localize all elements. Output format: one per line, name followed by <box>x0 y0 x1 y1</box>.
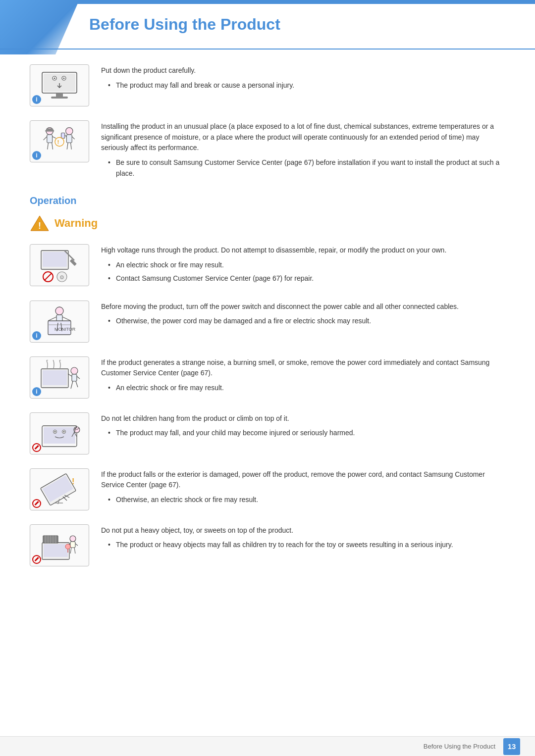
installation-item-2: ! i Installing the product in an unusual… <box>30 120 505 181</box>
fallen-product-icon: ! <box>30 468 89 510</box>
instruction-text-2: Installing the product in an unusual pla… <box>101 120 505 181</box>
svg-line-16 <box>52 143 53 150</box>
warning-item-4: Do not let children hang from the produc… <box>30 412 505 454</box>
svg-line-86 <box>74 548 75 554</box>
svg-text:⚙: ⚙ <box>59 274 64 280</box>
svg-point-5 <box>54 77 55 79</box>
main-text-warn4: Do not let children hang from the produc… <box>101 413 505 424</box>
svg-line-51 <box>71 381 73 389</box>
warning-item-2: MONITOR i Before moving the product, tur… <box>30 301 505 343</box>
svg-rect-48 <box>72 374 77 381</box>
main-text-warn2: Before moving the product, turn off the … <box>101 302 505 312</box>
svg-rect-46 <box>43 370 67 385</box>
warning-label: Warning <box>54 217 98 230</box>
svg-line-39 <box>62 317 71 321</box>
person-chemical-illustration: ! <box>37 124 82 159</box>
svg-rect-2 <box>56 93 63 97</box>
svg-point-87 <box>65 544 70 549</box>
no-badge-3 <box>32 555 41 564</box>
footer-label: Before Using the Product <box>424 743 495 750</box>
person-chemical-icon: ! i <box>30 120 89 162</box>
info-badge-3: i <box>32 331 41 340</box>
svg-point-24 <box>55 137 64 146</box>
monitor-icon: i <box>30 64 89 106</box>
svg-rect-1 <box>44 74 75 92</box>
warning-banner: ! Warning <box>30 214 505 232</box>
svg-line-38 <box>48 317 56 321</box>
svg-line-13 <box>44 136 47 140</box>
svg-line-33 <box>45 273 52 280</box>
svg-line-22 <box>67 143 68 150</box>
installation-item-1: i Put down the product carefully. The pr… <box>30 64 505 106</box>
bullet-item: An electric shock or fire may result. <box>106 383 505 394</box>
warning-item-5: ! If the product falls or the exterior i… <box>30 468 505 510</box>
svg-rect-11 <box>45 130 54 132</box>
main-text-1: Put down the product carefully. <box>101 65 505 76</box>
page-footer: Before Using the Product 13 <box>0 736 535 756</box>
svg-text:!: ! <box>38 221 41 231</box>
svg-rect-54 <box>44 427 75 444</box>
svg-point-17 <box>66 127 73 134</box>
main-content: i Put down the product carefully. The pr… <box>0 50 535 610</box>
svg-text:!: ! <box>57 138 59 145</box>
bullet-list-warn3: An electric shock or fire may result. <box>101 383 505 394</box>
main-text-warn5: If the product falls or the exterior is … <box>101 469 505 491</box>
warning-item-6: Do not put a heavy object, toy, or sweet… <box>30 524 505 566</box>
bullet-item: The product or heavy objects may fall as… <box>106 540 505 551</box>
bullet-item: Be sure to consult Samsung Customer Serv… <box>106 157 505 179</box>
bullet-list-warn5: Otherwise, an electric shock or fire may… <box>101 495 505 505</box>
triangle-svg: ! <box>30 214 50 232</box>
svg-point-81 <box>70 536 76 542</box>
svg-point-36 <box>55 307 63 315</box>
warning-text-5: If the product falls or the exterior is … <box>101 468 505 508</box>
info-badge-2: i <box>32 151 41 160</box>
moving-icon: MONITOR i <box>30 301 89 343</box>
main-text-warn6: Do not put a heavy object, toy, or sweet… <box>101 525 505 536</box>
svg-line-14 <box>53 136 56 138</box>
smoke-icon: i <box>30 356 89 399</box>
warning-triangle-icon: ! <box>30 214 50 232</box>
info-badge-4: i <box>32 387 41 396</box>
fallen-illustration: ! <box>37 472 82 506</box>
svg-line-84 <box>75 544 78 546</box>
warning-text-3: If the product generates a strange noise… <box>101 356 505 396</box>
svg-line-15 <box>48 143 49 150</box>
svg-line-23 <box>71 143 72 150</box>
no-badge-2 <box>32 499 41 508</box>
bullet-item: The product may fall, and your child may… <box>106 428 505 439</box>
disassemble-illustration: ⚙ <box>37 248 82 283</box>
svg-point-58 <box>63 431 65 433</box>
heavy-object-icon <box>30 524 89 566</box>
bullet-item: Otherwise, the power cord may be damaged… <box>106 316 505 327</box>
svg-rect-18 <box>66 135 72 143</box>
heavy-object-illustration <box>37 528 82 562</box>
monitor-illustration <box>37 68 82 103</box>
bullet-item: The product may fall and break or cause … <box>106 80 505 91</box>
bullet-item: Contact Samsung Customer Service Center … <box>106 273 505 284</box>
bullet-list-warn4: The product may fall, and your child may… <box>101 428 505 439</box>
bullet-list-warn1: An electric shock or fire may result. Co… <box>101 260 505 284</box>
svg-point-56 <box>54 431 56 433</box>
warning-text-4: Do not let children hang from the produc… <box>101 412 505 441</box>
main-text-2: Installing the product in an unusual pla… <box>101 121 505 153</box>
disassemble-icon: ⚙ <box>30 244 89 286</box>
svg-line-21 <box>72 136 74 139</box>
bullet-item: Otherwise, an electric shock or fire may… <box>106 495 505 505</box>
info-badge-1: i <box>32 95 41 104</box>
operation-heading: Operation <box>30 195 505 206</box>
warning-item-3: i If the product generates a strange noi… <box>30 356 505 399</box>
svg-line-52 <box>76 381 78 387</box>
no-badge-1 <box>32 443 41 452</box>
svg-rect-12 <box>47 135 53 143</box>
svg-rect-29 <box>43 252 67 267</box>
page-title: Before Using the Product <box>89 15 280 34</box>
svg-line-50 <box>77 376 80 379</box>
children-climb-icon <box>30 412 89 454</box>
bullet-list-warn2: Otherwise, the power cord may be damaged… <box>101 316 505 327</box>
smoke-illustration <box>37 360 82 395</box>
svg-text:!: ! <box>72 477 74 486</box>
svg-rect-74 <box>44 544 68 557</box>
svg-rect-82 <box>70 542 75 548</box>
svg-line-85 <box>70 548 71 554</box>
svg-point-47 <box>71 367 78 374</box>
